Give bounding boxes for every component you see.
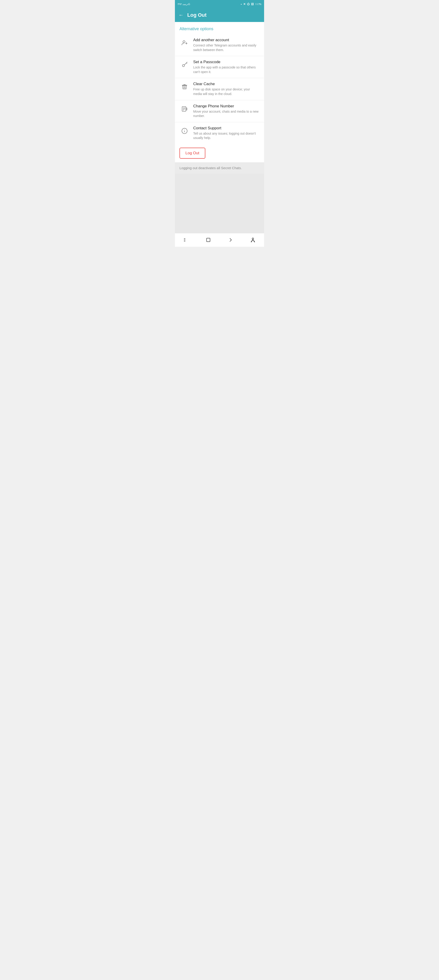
nav-person-icon[interactable] xyxy=(246,235,260,245)
add-account-text: Add another account Connect other Telegr… xyxy=(193,38,260,52)
back-button[interactable]: ← xyxy=(179,12,184,18)
time-display: ۱۱:۴۸ xyxy=(255,3,261,6)
header: ← Log Out xyxy=(175,8,264,22)
clear-cache-title: Clear Cache xyxy=(193,82,260,86)
contact-support-item[interactable]: Contact Support Tell us about any issues… xyxy=(175,122,264,144)
contact-support-text: Contact Support Tell us about any issues… xyxy=(193,126,260,140)
change-phone-icon xyxy=(179,104,190,114)
gray-area xyxy=(175,173,264,233)
svg-rect-18 xyxy=(207,238,210,242)
svg-rect-6 xyxy=(182,85,187,86)
svg-point-0 xyxy=(183,41,185,43)
contact-support-icon xyxy=(179,126,190,136)
nav-bar xyxy=(175,233,264,247)
passcode-text: Set a Passcode Lock the app with a passc… xyxy=(193,60,260,74)
change-phone-text: Change Phone Number Move your account, c… xyxy=(193,104,260,118)
contact-support-desc: Tell us about any issues; logging out do… xyxy=(193,131,260,140)
content-area: Alternative options Add another account … xyxy=(175,22,264,162)
svg-line-5 xyxy=(186,63,187,64)
clear-cache-desc: Free up disk space on your device; your … xyxy=(193,87,260,96)
add-account-title: Add another account xyxy=(193,38,260,42)
add-account-icon xyxy=(179,38,190,48)
passcode-item[interactable]: Set a Passcode Lock the app with a passc… xyxy=(175,56,264,78)
image-icon: 🖼 xyxy=(251,3,254,6)
passcode-icon xyxy=(179,60,190,70)
add-account-item[interactable]: Add another account Connect other Telegr… xyxy=(175,34,264,56)
add-account-desc: Connect other Telegram accounts and easi… xyxy=(193,43,260,52)
logout-note: Logging out deactivates all Secret Chats… xyxy=(175,162,264,173)
status-bar: ۴۹درصد ۴G ● ✕ ⏻ 🖼 ۱۱:۴۸ xyxy=(175,0,264,8)
nav-menu-icon[interactable] xyxy=(179,235,193,245)
menu-list: Add another account Connect other Telegr… xyxy=(175,34,264,144)
clear-cache-text: Clear Cache Free up disk space on your d… xyxy=(193,82,260,96)
section-title: Alternative options xyxy=(175,22,264,34)
logout-button[interactable]: Log Out xyxy=(179,148,205,159)
status-dot: ● xyxy=(241,3,242,5)
passcode-title: Set a Passcode xyxy=(193,60,260,64)
page-title: Log Out xyxy=(187,12,206,18)
status-bar-left: ۴۹درصد ۴G xyxy=(178,3,190,6)
status-bar-right: ● ✕ ⏻ 🖼 ۱۱:۴۸ xyxy=(241,3,261,6)
nav-back-icon[interactable] xyxy=(224,235,238,245)
change-phone-title: Change Phone Number xyxy=(193,104,260,108)
contact-support-title: Contact Support xyxy=(193,126,260,130)
nav-home-icon[interactable] xyxy=(201,235,215,245)
battery-signal-text: ۴۹درصد ۴G xyxy=(178,3,190,6)
x-icon: ✕ xyxy=(243,3,246,6)
clear-cache-icon xyxy=(179,82,190,92)
passcode-desc: Lock the app with a passcode so that oth… xyxy=(193,65,260,74)
power-icon: ⏻ xyxy=(247,3,250,6)
clear-cache-item[interactable]: Clear Cache Free up disk space on your d… xyxy=(175,78,264,100)
logout-section: Log Out xyxy=(175,144,264,162)
change-phone-item[interactable]: Change Phone Number Move your account, c… xyxy=(175,100,264,122)
change-phone-desc: Move your account, chats and media to a … xyxy=(193,110,260,118)
